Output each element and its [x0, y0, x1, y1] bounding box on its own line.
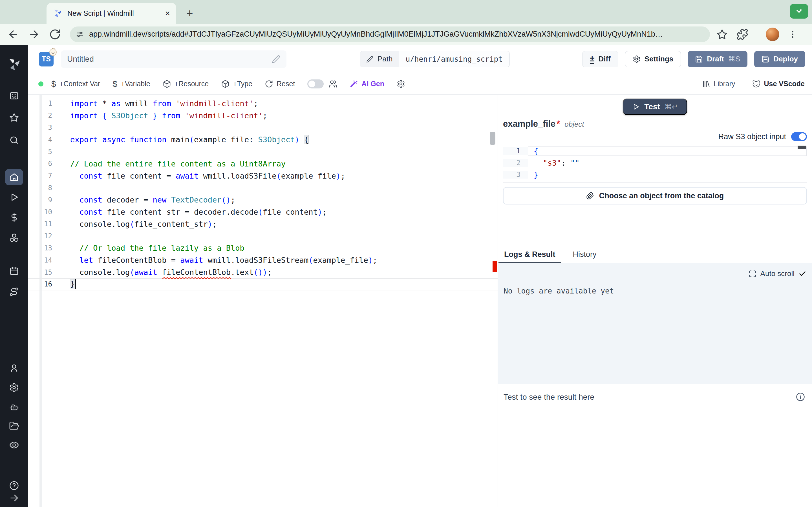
result-hint: Test to see the result here: [504, 393, 594, 402]
editor-toolbar: $ +Context Var $ +Variable +Resource +Ty…: [28, 73, 812, 95]
code-line[interactable]: 5: [28, 146, 498, 158]
argument-name: example_file: [503, 119, 555, 129]
new-tab-button[interactable]: +: [183, 6, 197, 20]
code-line[interactable]: 3}: [503, 169, 807, 180]
ai-gen-button[interactable]: AI Gen: [350, 80, 384, 88]
paperclip-icon: [586, 192, 594, 200]
sidebar-item-workers[interactable]: [9, 402, 19, 412]
add-variable-button[interactable]: $ +Variable: [112, 79, 150, 89]
expand-sidebar-icon[interactable]: [9, 493, 19, 503]
divider: [757, 29, 757, 40]
line-number: 12: [28, 232, 52, 240]
auto-scroll-label: Auto scroll: [760, 269, 795, 278]
script-summary-input[interactable]: Untitled: [61, 50, 287, 68]
dollar-icon: $: [112, 79, 117, 89]
browser-profile-button[interactable]: [790, 4, 808, 18]
code-line[interactable]: 9 const decoder = new TextDecoder();: [28, 194, 498, 206]
use-vscode-button[interactable]: Use VScode: [752, 80, 805, 88]
browser-navbar: app.windmill.dev/scripts/add#JTdCJTIyaGF…: [0, 24, 812, 45]
address-bar[interactable]: app.windmill.dev/scripts/add#JTdCJTIyaGF…: [70, 26, 710, 42]
reset-button[interactable]: Reset: [265, 80, 295, 88]
browser-menu-icon[interactable]: [788, 29, 797, 40]
code-line[interactable]: 16}: [28, 278, 498, 290]
json-lines[interactable]: 1{2 "s3": ""3}: [503, 145, 807, 180]
sidebar-item-variables[interactable]: [9, 212, 19, 223]
back-icon[interactable]: [7, 29, 19, 40]
tab-logs-result[interactable]: Logs & Result: [503, 250, 557, 263]
code-line[interactable]: 13 // Or load the file lazily as a Blob: [28, 242, 498, 255]
avatar[interactable]: [766, 27, 779, 41]
sidebar-item-schedules[interactable]: [9, 266, 19, 276]
code-line[interactable]: 3: [28, 122, 498, 134]
forward-icon[interactable]: [28, 29, 40, 40]
line-number: 7: [28, 172, 52, 180]
code-line[interactable]: 12: [28, 230, 498, 242]
multiplayer-toggle[interactable]: [307, 79, 324, 89]
site-settings-icon[interactable]: [73, 28, 86, 41]
raw-s3-toggle[interactable]: [791, 132, 807, 141]
sidebar-item-audit-logs[interactable]: [9, 440, 19, 450]
code-line[interactable]: 14 let fileContentBlob = await wmill.loa…: [28, 254, 498, 266]
code-editor[interactable]: 1import * as wmill from 'windmill-client…: [28, 95, 498, 507]
code-line[interactable]: 11 console.log(file_content_str);: [28, 218, 498, 230]
raw-s3-label: Raw S3 object input: [718, 132, 786, 141]
sidebar-item-flows[interactable]: [9, 287, 19, 297]
code-line[interactable]: 1import * as wmill from 'windmill-client…: [28, 98, 498, 110]
settings-button[interactable]: Settings: [625, 51, 681, 67]
path-value: u/henri/amusing_script: [399, 51, 509, 67]
auto-scroll-control[interactable]: Auto scroll: [749, 269, 806, 278]
package-icon: [221, 80, 230, 88]
add-resource-button[interactable]: +Resource: [163, 80, 209, 88]
extensions-puzzle-icon[interactable]: [737, 29, 748, 40]
windmill-logo-icon[interactable]: [7, 57, 21, 71]
sidebar-item-favorites[interactable]: [9, 112, 19, 122]
bookmark-star-icon[interactable]: [716, 29, 728, 40]
library-button[interactable]: Library: [702, 80, 735, 88]
code-line[interactable]: 4export async function main(example_file…: [28, 133, 498, 146]
add-context-var-button[interactable]: $ +Context Var: [51, 79, 100, 89]
editor-settings-button[interactable]: [397, 80, 405, 88]
sidebar-item-user[interactable]: [9, 363, 19, 374]
code-line[interactable]: 10 const file_content_str = decoder.deco…: [28, 206, 498, 218]
chevron-down-icon: [795, 7, 803, 15]
sidebar-item-settings[interactable]: [9, 383, 19, 393]
reload-icon[interactable]: [49, 29, 61, 40]
code-lines[interactable]: 1import * as wmill from 'windmill-client…: [28, 98, 498, 290]
close-icon[interactable]: ×: [165, 9, 170, 17]
editor-scrollbar[interactable]: [490, 132, 495, 145]
path-field[interactable]: Path u/henri/amusing_script: [360, 51, 510, 67]
sidebar-item-home[interactable]: [5, 169, 23, 185]
browser-tab[interactable]: New Script | Windmill ×: [47, 3, 176, 24]
tab-history[interactable]: History: [572, 250, 598, 263]
sidebar-item-folders[interactable]: [9, 421, 19, 431]
test-shortcut: ⌘↵: [665, 103, 678, 111]
sidebar-item-workspace[interactable]: [9, 91, 19, 101]
package-icon: [163, 80, 171, 88]
line-number: 3: [503, 171, 528, 179]
add-type-button[interactable]: +Type: [221, 80, 252, 88]
choose-object-button[interactable]: Choose an object from the catalog: [503, 187, 807, 205]
error-marker: [493, 261, 497, 272]
code-line[interactable]: 8: [28, 182, 498, 194]
code-line[interactable]: 15 console.log(await fileContentBlob.tex…: [28, 266, 498, 278]
sidebar-item-search[interactable]: [9, 135, 19, 145]
code-line[interactable]: 7 const file_content = await wmill.loadS…: [28, 170, 498, 182]
code-line[interactable]: 6// Load the entire file_content as a Ui…: [28, 158, 498, 170]
deploy-button[interactable]: Deploy: [754, 51, 805, 67]
code-line[interactable]: 2import { S3Object } from 'windmill-clie…: [28, 110, 498, 122]
sidebar-item-resources[interactable]: [9, 233, 19, 243]
sidebar-item-runs[interactable]: [9, 192, 19, 202]
draft-button[interactable]: Draft ⌘S: [688, 51, 748, 67]
json-editor-scrollbar[interactable]: [798, 146, 806, 149]
help-icon[interactable]: [9, 481, 19, 491]
code-line[interactable]: 2 "s3": "": [503, 157, 807, 169]
info-icon[interactable]: [796, 392, 805, 402]
test-button[interactable]: Test ⌘↵: [623, 99, 687, 115]
json-input-editor[interactable]: 1{2 "s3": ""3}: [503, 145, 807, 182]
diff-button[interactable]: ± Diff: [582, 51, 618, 67]
expand-icon[interactable]: [749, 270, 756, 278]
typescript-badge: TS: [39, 52, 54, 66]
windmill-favicon: [53, 8, 62, 18]
required-marker: *: [557, 119, 560, 129]
code-line[interactable]: 1{: [503, 145, 807, 157]
